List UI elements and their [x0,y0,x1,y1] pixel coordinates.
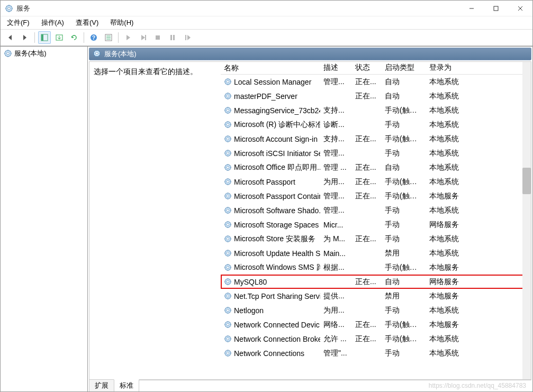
service-desc: 网络... [320,320,352,330]
service-icon [224,235,232,243]
panel-header-text: 服务(本地) [104,49,137,59]
list-rows[interactable]: Local Session Manager管理...正在...自动本地系统mas… [221,75,531,379]
menu-view[interactable]: 查看(V) [74,17,101,29]
svg-rect-16 [156,35,160,40]
stop-service-button[interactable] [151,31,164,44]
body-area: 服务(本地) 服务(本地) 选择一个项目来查看它的描述。 名称 描述 状态 启动… [1,46,532,391]
service-status [352,110,382,111]
column-name[interactable]: 名称 [221,62,320,74]
menu-file[interactable]: 文件(F) [5,17,32,29]
service-row[interactable]: Microsoft Passport Container管理...正在...手动… [221,189,531,203]
service-row[interactable]: Microsoft Update Health S...Main...禁用本地系… [221,246,531,260]
services-list: 名称 描述 状态 启动类型 登录为 Local Session Manager管… [221,62,531,379]
service-logon: 网络服务 [426,220,468,230]
properties-button[interactable] [102,31,115,44]
menu-help[interactable]: 帮助(H) [108,17,135,29]
service-desc: Micr... [320,220,352,230]
service-desc: 管理... [320,205,352,216]
service-row[interactable]: Microsoft iSCSI Initiator Ser...管理...手动本… [221,146,531,160]
service-desc: 管理... [320,191,352,202]
service-row[interactable]: Network Connections管理"...手动本地系统 [221,346,531,360]
service-start-type: 手动 [382,348,426,359]
service-desc [320,96,352,97]
column-status[interactable]: 状态 [352,62,382,74]
service-status [352,153,382,154]
service-desc: 支持... [320,134,352,144]
forward-button[interactable] [19,31,31,44]
service-row[interactable]: Microsoft Windows SMS 路...根据...手动(触发...本… [221,260,531,275]
service-start-type: 禁用 [382,248,426,259]
pause2-button[interactable] [166,31,179,44]
service-desc: 为 M... [320,234,352,244]
service-row[interactable]: Network Connection Broker允许 ...正在...手动(触… [221,332,531,346]
maximize-button[interactable] [484,1,508,16]
service-row[interactable]: Microsoft (R) 诊断中心标准...诊断...手动本地系统 [221,117,531,132]
tree-root-item[interactable]: 服务(本地) [1,47,87,60]
service-row[interactable]: Microsoft Store 安装服务为 M...正在...手动本地系统 [221,232,531,246]
column-logon[interactable]: 登录为 [426,62,468,74]
help-button[interactable]: ? [87,31,100,44]
menu-action[interactable]: 操作(A) [39,17,66,29]
service-status: 正在... [352,320,382,330]
service-start-type: 手动(触发... [382,262,426,273]
service-row[interactable]: Netlogon为用...手动本地系统 [221,303,531,317]
panel-header: 服务(本地) [89,48,531,60]
service-row[interactable]: MessagingService_73cb242支持...手动(触发...本地系… [221,103,531,117]
service-logon: 本地系统 [426,334,468,344]
service-row[interactable]: masterPDF_Server正在...自动本地系统 [221,89,531,103]
export-list-button[interactable] [53,31,66,44]
back-button[interactable] [4,31,16,44]
service-status [352,124,382,125]
service-row[interactable]: Microsoft Software Shado...管理...手动本地系统 [221,203,531,217]
service-icon [224,206,232,214]
pause-service-button[interactable] [137,31,149,44]
show-hide-tree-button[interactable] [38,31,51,44]
service-desc: 为用... [320,177,352,187]
start-service-button[interactable] [122,31,134,44]
service-name: Net.Tcp Port Sharing Service [234,292,320,300]
service-desc: 管理"... [320,348,352,359]
service-logon: 本地服务 [426,191,468,202]
service-icon [224,192,232,200]
watermark: https://blog.csdn.net/qq_45884783 [429,382,526,389]
service-status: 正在... [352,77,382,87]
minimize-button[interactable] [459,1,484,16]
scrollbar-track[interactable] [522,62,531,379]
service-icon [224,221,232,229]
refresh-button[interactable] [68,31,80,44]
service-icon [4,49,12,58]
service-icon [224,335,232,343]
service-row[interactable]: Local Session Manager管理...正在...自动本地系统 [221,75,531,89]
service-name: Microsoft Windows SMS 路... [234,263,320,272]
service-name: Microsoft Passport [234,178,295,186]
close-button[interactable] [508,1,532,16]
service-row[interactable]: Net.Tcp Port Sharing Service提供...禁用本地服务 [221,289,531,303]
service-desc: 允许 ... [320,334,352,344]
service-name: Microsoft Passport Container [234,192,320,200]
service-logon: 本地系统 [426,134,468,144]
service-start-type: 手动(触发... [382,334,426,344]
service-logon: 本地服务 [426,291,468,302]
tab-standard[interactable]: 标准 [114,379,139,392]
tab-extended[interactable]: 扩展 [89,379,114,392]
service-status [352,210,382,211]
service-logon: 本地系统 [426,105,468,116]
service-row[interactable]: Microsoft Passport为用...正在...手动(触发...本地系统 [221,175,531,189]
description-panel: 选择一个项目来查看它的描述。 [89,62,221,379]
column-desc[interactable]: 描述 [320,62,352,74]
service-name: Microsoft (R) 诊断中心标准... [234,120,320,130]
service-status: 正在... [352,334,382,344]
service-row[interactable]: Microsoft Storage Spaces S...Micr...手动网络… [221,217,531,232]
scrollbar-thumb[interactable] [522,168,531,194]
restart-service-button[interactable] [181,31,194,44]
service-row[interactable]: Microsoft Account Sign-in ...支持...正在...手… [221,132,531,146]
column-start[interactable]: 启动类型 [382,62,426,74]
service-logon: 本地系统 [426,120,468,130]
service-icon [224,249,232,257]
svg-rect-18 [173,35,175,40]
service-row[interactable]: Microsoft Office 即点即用...管理 ...正在...自动本地系… [221,160,531,175]
service-row[interactable]: MySQL80正在...自动网络服务 [221,275,531,289]
service-logon: 本地系统 [426,91,468,102]
service-icon [224,92,232,100]
service-row[interactable]: Network Connected Devic...网络...正在...手动(触… [221,317,531,332]
